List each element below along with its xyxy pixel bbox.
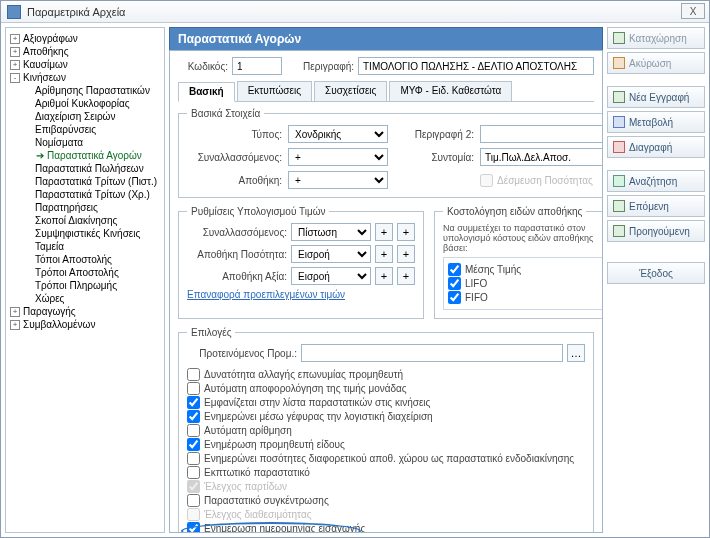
calc-syn-label: Συναλλασσόμενος: [187,227,287,238]
code-input[interactable] [232,57,282,75]
plus-button[interactable]: + [375,223,393,241]
kost-legend: Κοστολόγηση ειδών αποθήκης [443,206,586,217]
plus-button[interactable]: + [375,267,393,285]
expand-icon[interactable]: + [10,320,20,330]
app-icon [7,5,21,19]
save-button[interactable]: Καταχώρηση [607,27,705,49]
opt-discount[interactable]: Εκπτωτικό παραστατικό [187,466,585,479]
desc2-label: Περιγραφή 2: [394,129,474,140]
plus-button[interactable]: + [397,267,415,285]
desc-input[interactable] [358,57,594,75]
tab-myf[interactable]: ΜΥΦ - Ειδ. Καθεστώτα [389,81,512,101]
tree-item[interactable]: Σκοποί Διακίνησης [35,215,117,226]
tab-prints[interactable]: Εκτυπώσεις [237,81,312,101]
window-title: Παραμετρικά Αρχεία [27,6,125,18]
opt-change-name[interactable]: Δυνατότητα αλλαγής επωνυμίας προμηθευτή [187,368,585,381]
kost-opt-lifo[interactable]: LIFO [448,277,603,290]
syn-label: Συναλλασσόμενος: [187,152,282,163]
tab-bar: Βασική Εκτυπώσεις Συσχετίσεις ΜΥΦ - Ειδ.… [178,81,594,102]
prev-button[interactable]: Προηγούμενη [607,220,705,242]
close-button[interactable]: X [681,3,705,19]
tree-item[interactable]: Επιβαρύνσεις [35,124,96,135]
plus-button[interactable]: + [375,245,393,263]
calc-val-select[interactable]: Εισροή [291,267,371,285]
desc2-input[interactable] [480,125,603,143]
opt-auto-num[interactable]: Αυτόματη αρίθμηση [187,424,585,437]
reset-defaults-link[interactable]: Επαναφορά προεπιλεγμένων τιμών [187,289,345,300]
exit-button[interactable]: Έξοδος [607,262,705,284]
opt-upd-supplier[interactable]: Ενημέρωση προμηθευτή είδους [187,438,585,451]
panel-title: Παραστατικά Αγορών [169,27,603,50]
type-label: Τύπος: [187,129,282,140]
tree-item[interactable]: Αποθήκης [23,46,69,57]
kost-note: Να συμμετέχει το παραστατικό στον υπολογ… [443,223,603,253]
tree-item[interactable]: Τρόποι Αποστολής [35,267,119,278]
tree-item[interactable]: Παραστατικά Τρίτων (Πιστ.) [35,176,157,187]
tree-item[interactable]: Αρίθμησης Παραστατικών [35,85,150,96]
tree-item[interactable]: Αριθμοί Κυκλοφορίας [35,98,130,109]
tree-item[interactable]: Συμψηφιστικές Κινήσεις [35,228,140,239]
opt-auto-tax[interactable]: Αυτόματη αποφορολόγηση της τιμής μονάδας [187,382,585,395]
syn-select[interactable]: + [288,148,388,166]
calc-qty-label: Αποθήκη Ποσότητα: [187,249,287,260]
calc-syn-select[interactable]: Πίστωση [291,223,371,241]
selected-arrow-icon: ➔ [36,150,44,161]
tree-item[interactable]: Διαχείριση Σειρών [35,111,115,122]
edit-button[interactable]: Μεταβολή [607,111,705,133]
tree-item[interactable]: Νομίσματα [35,137,83,148]
opt-availability: Έλεγχος διαθεσιμότητας [187,508,585,521]
kost-opt-fifo[interactable]: FIFO [448,291,603,304]
tree-item[interactable]: Τρόποι Πληρωμής [35,280,117,291]
code-label: Κωδικός: [178,61,228,72]
new-button[interactable]: Νέα Εγγραφή [607,86,705,108]
plus-button[interactable]: + [397,223,415,241]
calc-val-label: Αποθήκη Αξία: [187,271,287,282]
expand-icon[interactable]: + [10,307,20,317]
tab-relations[interactable]: Συσχετίσεις [314,81,387,101]
opt-import-date[interactable]: Ενημέρωση ημερομηνίας εισαγωγής [187,522,585,533]
delete-button[interactable]: Διαγραφή [607,136,705,158]
nav-tree[interactable]: +Αξιογράφων +Αποθήκης +Καυσίμων -Κινήσεω… [5,27,165,533]
tree-item[interactable]: Παραστατικά Πωλήσεων [35,163,144,174]
abbr-label: Συντομία: [394,152,474,163]
abbr-input[interactable] [480,148,603,166]
expand-icon[interactable]: + [10,47,20,57]
tree-item[interactable]: Συμβαλλομένων [23,319,95,330]
next-button[interactable]: Επόμενη [607,195,705,217]
opt-concentration[interactable]: Παραστατικό συγκέντρωσης [187,494,585,507]
plus-button[interactable]: + [397,245,415,263]
tree-item[interactable]: Καυσίμων [23,59,68,70]
opt-show-list[interactable]: Εμφανίζεται στην λίστα παραστατικών στις… [187,396,585,409]
cancel-button[interactable]: Ακύρωση [607,52,705,74]
tree-item[interactable]: Κινήσεων [23,72,66,83]
browse-button[interactable]: … [567,344,585,362]
calc-qty-select[interactable]: Εισροή [291,245,371,263]
main-panel: Παραστατικά Αγορών Κωδικός: Περιγραφή: Β… [169,27,603,533]
basic-fieldset: Βασικά Στοιχεία Τύπος: Χονδρικής Περιγρα… [178,108,603,198]
tab-basic[interactable]: Βασική [178,82,235,102]
opt-lot-check: Έλεγχος παρτίδων [187,480,585,493]
stock-select[interactable]: + [288,171,388,189]
tree-item[interactable]: Αξιογράφων [23,33,78,44]
expand-icon[interactable]: + [10,34,20,44]
opt-cross-stock[interactable]: Ενημερώνει ποσότητες διαφορετικού αποθ. … [187,452,585,465]
tree-item[interactable]: Παραγωγής [23,306,76,317]
tree-item[interactable]: Τόποι Αποστολής [35,254,112,265]
tree-item[interactable]: Ταμεία [35,241,64,252]
action-sidebar: Καταχώρηση Ακύρωση Νέα Εγγραφή Μεταβολή … [607,27,705,533]
kost-opt-mean[interactable]: Μέσης Τιμής [448,263,603,276]
search-button[interactable]: Αναζήτηση [607,170,705,192]
calc-fieldset: Ρυθμίσεις Υπολογισμού Τιμών Συναλλασσόμε… [178,206,424,319]
desc-label: Περιγραφή: [286,61,354,72]
collapse-icon[interactable]: - [10,73,20,83]
opt-bridge[interactable]: Ενημερώνει μέσω γέφυρας την λογιστική δι… [187,410,585,423]
type-select[interactable]: Χονδρικής [288,125,388,143]
supplier-input[interactable] [301,344,563,362]
tree-item-selected[interactable]: Παραστατικά Αγορών [47,150,142,161]
expand-icon[interactable]: + [10,60,20,70]
tree-item[interactable]: Παρατηρήσεις [35,202,98,213]
options-fieldset: Επιλογές Προτεινόμενος Προμ.: … Δυνατότη… [178,327,594,533]
tree-item[interactable]: Χώρες [35,293,64,304]
options-legend: Επιλογές [187,327,235,338]
tree-item[interactable]: Παραστατικά Τρίτων (Χρ.) [35,189,150,200]
